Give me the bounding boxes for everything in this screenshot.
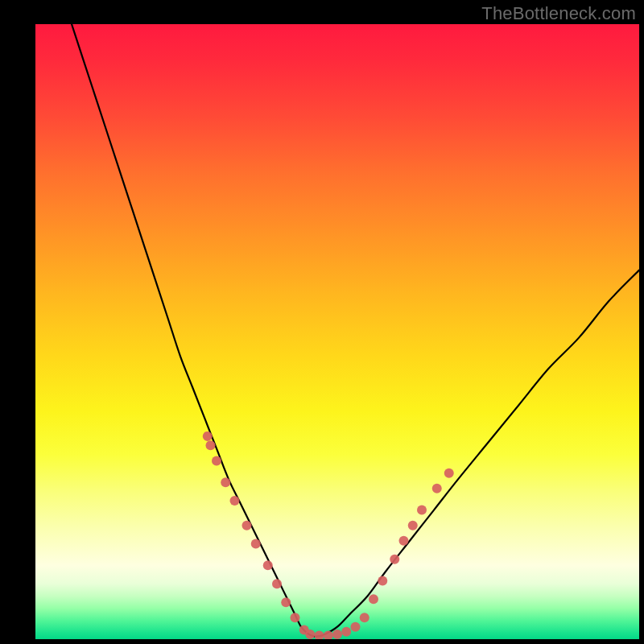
data-marker	[432, 484, 442, 493]
data-marker	[417, 506, 427, 515]
data-marker	[291, 613, 300, 622]
data-marker	[281, 597, 291, 607]
data-marker	[221, 477, 230, 487]
chart-frame: TheBottleneck.com	[0, 0, 644, 644]
data-marker	[390, 555, 399, 564]
data-marker	[212, 456, 221, 465]
data-marker	[399, 536, 409, 546]
data-marker	[272, 579, 282, 588]
data-marker	[378, 576, 387, 585]
curve-path	[72, 24, 639, 637]
data-marker	[444, 469, 454, 478]
data-marker	[408, 521, 418, 530]
data-marker	[242, 521, 252, 530]
data-marker	[315, 630, 324, 639]
data-marker	[230, 496, 240, 506]
data-marker	[206, 440, 216, 450]
chart-svg	[35, 24, 639, 639]
data-marker	[203, 431, 213, 441]
data-marker	[369, 594, 378, 604]
bottleneck-curve	[72, 24, 639, 637]
data-marker	[341, 627, 351, 637]
data-marker	[332, 630, 342, 639]
data-marker	[360, 613, 369, 622]
data-marker	[263, 560, 273, 570]
data-marker	[251, 539, 261, 549]
data-marker	[324, 630, 333, 639]
data-markers	[203, 431, 454, 639]
watermark-text: TheBottleneck.com	[481, 3, 636, 24]
data-marker	[351, 622, 361, 632]
plot-area	[35, 24, 639, 639]
data-marker	[305, 630, 315, 639]
